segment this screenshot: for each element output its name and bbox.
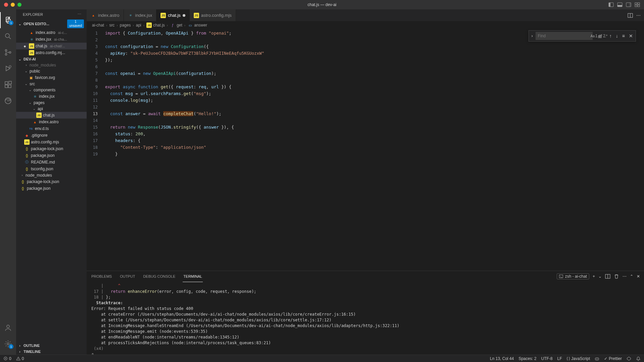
activity-search[interactable] bbox=[0, 28, 16, 44]
code-line[interactable]: }); bbox=[105, 57, 644, 63]
status-spaces[interactable]: Spaces: 2 bbox=[518, 356, 536, 361]
new-terminal-icon[interactable]: + bbox=[593, 274, 595, 279]
editor-tab[interactable]: JSchat.js bbox=[156, 9, 190, 21]
sidebar-more-icon[interactable]: ⋯ bbox=[78, 12, 81, 16]
status-eol[interactable]: LF bbox=[557, 356, 562, 361]
terminal-dropdown-icon[interactable]: ⌄ bbox=[598, 274, 602, 279]
find-next-icon[interactable]: ↓ bbox=[614, 33, 619, 39]
tree-file[interactable]: JSastro.config.mjs bbox=[16, 139, 87, 145]
window-close[interactable] bbox=[4, 3, 8, 7]
more-actions-icon[interactable]: ⋯ bbox=[636, 13, 641, 18]
tree-file[interactable]: {}tsconfig.json bbox=[16, 166, 87, 172]
code-line[interactable] bbox=[105, 63, 644, 70]
tree-file[interactable]: {}package-lock.json bbox=[16, 145, 87, 152]
status-feedback-icon[interactable] bbox=[627, 356, 631, 361]
status-position[interactable]: Ln 13, Col 44 bbox=[490, 356, 514, 361]
code-line[interactable]: "Content-Type": "application/json" bbox=[105, 144, 644, 151]
open-editor-item[interactable]: ×▲index.astroai-c... bbox=[16, 29, 87, 36]
editor-tab[interactable]: ▲index.astro bbox=[87, 9, 124, 21]
layout-customize-icon[interactable] bbox=[635, 2, 640, 7]
activity-settings[interactable]: 1 bbox=[0, 336, 16, 352]
breadcrumb-segment[interactable]: ai-chat bbox=[92, 23, 104, 28]
status-errors[interactable]: 0 bbox=[3, 356, 11, 361]
status-language[interactable]: { } JavaScript bbox=[567, 356, 590, 361]
breadcrumb[interactable]: ai-chat›src›pages›api›JSchat.js›ƒget›▭an… bbox=[87, 21, 644, 29]
panel-close-icon[interactable]: ✕ bbox=[637, 274, 640, 279]
activity-account[interactable] bbox=[0, 320, 16, 336]
activity-source-control[interactable] bbox=[0, 44, 16, 60]
breadcrumb-segment[interactable]: src bbox=[109, 23, 114, 28]
window-maximize[interactable] bbox=[17, 3, 21, 7]
code-line[interactable]: const msg = url.searchParams.get("msg"); bbox=[105, 90, 644, 97]
code-line[interactable] bbox=[105, 104, 644, 110]
tree-folder[interactable]: ⌄src bbox=[16, 81, 87, 87]
project-header[interactable]: ⌄ DEV-AI bbox=[16, 56, 87, 62]
breadcrumb-segment[interactable]: api bbox=[136, 23, 141, 28]
tree-file[interactable]: {}package-lock.json bbox=[16, 178, 87, 185]
terminal-selector[interactable]: zsh - ai-chat bbox=[557, 273, 589, 279]
open-editor-item[interactable]: ×JSastro.config.mj... bbox=[16, 49, 87, 56]
kill-terminal-icon[interactable] bbox=[614, 274, 619, 279]
panel-tab-output[interactable]: OUTPUT bbox=[119, 271, 136, 282]
split-editor-icon[interactable] bbox=[628, 13, 633, 18]
code-line[interactable]: status: 200, bbox=[105, 131, 644, 137]
layout-panel-right-icon[interactable] bbox=[626, 2, 631, 7]
tree-folder[interactable]: ⌄pages bbox=[16, 100, 87, 106]
tree-file[interactable]: TSenv.d.ts bbox=[16, 125, 87, 132]
status-bell-icon[interactable] bbox=[636, 356, 641, 361]
code-line[interactable] bbox=[105, 77, 644, 84]
outline-header[interactable]: › OUTLINE bbox=[16, 343, 87, 349]
panel-tab-terminal[interactable]: TERMINAL bbox=[183, 271, 203, 282]
split-terminal-icon[interactable] bbox=[605, 274, 610, 279]
find-input[interactable] bbox=[538, 34, 588, 38]
layout-panel-left-icon[interactable] bbox=[608, 2, 614, 7]
tree-file[interactable]: ◆.gitignore bbox=[16, 132, 87, 139]
status-warnings[interactable]: 0 bbox=[16, 356, 24, 361]
activity-explorer[interactable]: 1 bbox=[0, 12, 16, 28]
tree-file[interactable]: ▲index.astro bbox=[16, 119, 87, 125]
tree-file[interactable]: JSchat.js bbox=[16, 112, 87, 119]
code-content[interactable]: import { Configuration, OpenAIApi } from… bbox=[105, 29, 644, 271]
timeline-header[interactable]: › TIMELINE bbox=[16, 349, 87, 355]
find-close-icon[interactable]: ✕ bbox=[628, 33, 634, 39]
breadcrumb-segment[interactable]: pages bbox=[120, 23, 131, 28]
panel-tab-debug[interactable]: DEBUG CONSOLE bbox=[142, 271, 176, 282]
find-expand-icon[interactable]: › bbox=[530, 34, 534, 38]
code-line[interactable]: apiKey: "sk-PeUJuoeCFD2BkDw7bWFZT3BlbkFJ… bbox=[105, 50, 644, 57]
breadcrumb-segment[interactable]: answer bbox=[194, 23, 207, 28]
tree-folder[interactable]: ›node_modules bbox=[16, 172, 87, 178]
open-editors-header[interactable]: ⌄ OPEN EDITO... 1 unsaved bbox=[16, 18, 87, 29]
code-line[interactable]: const answer = await completeChat("Hello… bbox=[105, 110, 644, 117]
editor-tab[interactable]: JSastro.config.mjs bbox=[190, 9, 236, 21]
code-line[interactable]: export async function get({ request: req… bbox=[105, 84, 644, 90]
code-line[interactable]: const openai = new OpenAIApi(configurati… bbox=[105, 70, 644, 77]
activity-edge[interactable] bbox=[0, 93, 16, 109]
terminal-output[interactable]: | ^ 17 | return enhanceError(error, conf… bbox=[87, 282, 644, 355]
status-copilot-icon[interactable] bbox=[595, 356, 599, 361]
code-line[interactable]: return new Response(JSON.stringify({ ans… bbox=[105, 124, 644, 131]
code-line[interactable] bbox=[105, 117, 644, 124]
status-encoding[interactable]: UTF-8 bbox=[541, 356, 553, 361]
code-line[interactable]: console.log(msg); bbox=[105, 97, 644, 104]
code-editor[interactable]: 12345678910111213141516171819 import { C… bbox=[87, 29, 644, 271]
find-selection-icon[interactable]: ≡ bbox=[621, 33, 626, 39]
editor-tab[interactable]: ⚛index.jsx bbox=[124, 9, 157, 21]
panel-maximize-icon[interactable]: ⌃ bbox=[630, 274, 633, 279]
tree-folder[interactable]: ⌄components bbox=[16, 87, 87, 93]
tree-file[interactable]: ⓘREADME.md bbox=[16, 159, 87, 166]
activity-extensions[interactable] bbox=[0, 77, 16, 93]
window-minimize[interactable] bbox=[11, 3, 15, 7]
tree-folder[interactable]: ⌄api bbox=[16, 106, 87, 112]
layout-panel-bottom-icon[interactable] bbox=[617, 2, 623, 7]
status-prettier[interactable]: ✓ Prettier bbox=[604, 356, 622, 361]
tree-file[interactable]: ▣favicon.svg bbox=[16, 74, 87, 81]
activity-run-debug[interactable] bbox=[0, 60, 16, 77]
tree-folder[interactable]: ⌄public bbox=[16, 68, 87, 74]
tree-file[interactable]: ⚛index.jsx bbox=[16, 93, 87, 100]
panel-more-icon[interactable]: ⋯ bbox=[623, 274, 627, 279]
code-line[interactable]: } bbox=[105, 151, 644, 157]
find-prev-icon[interactable]: ↑ bbox=[608, 33, 613, 39]
tree-file[interactable]: {}package.json bbox=[16, 152, 87, 159]
code-line[interactable]: const configuration = new Configuration(… bbox=[105, 43, 644, 50]
open-editor-item[interactable]: ×⚛index.jsxai-cha... bbox=[16, 36, 87, 43]
